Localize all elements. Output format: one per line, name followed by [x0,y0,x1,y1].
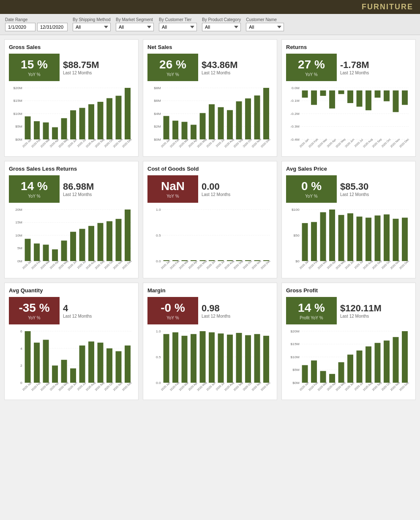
svg-rect-248 [227,335,233,383]
card-kpi-gross-sales-less-returns: 14 % YoY % 86.98M Last 12 Months [9,175,134,203]
kpi-badge-value-margin: -0 % [161,301,185,315]
chart-gross-sales: $20M$15M$10M$5M$0M2020 Jan2020 Feb2020 M… [9,84,134,152]
card-avg-sales-price: Avg Sales Price 0 % YoY % $85.30 Last 12… [281,161,416,278]
card-title-net-sales: Net Sales [147,44,273,50]
svg-text:$10M: $10M [291,355,300,359]
kpi-secondary-avg-sales-price: $85.30 Last 12 Months [340,175,369,203]
svg-rect-50 [191,125,196,139]
kpi-badge-avg-sales-price: 0 % YoY % [286,175,337,203]
svg-text:-0.3M: -0.3M [290,125,300,129]
shipping-label: By Shipping Method [73,17,111,22]
customer-tier-select[interactable]: All [159,23,197,31]
card-title-cost-of-goods-sold: Cost of Goods Sold [147,166,273,172]
svg-text:$20M: $20M [14,86,22,90]
header: FURNITURE [0,0,420,14]
svg-rect-116 [43,245,49,261]
svg-rect-210 [52,365,58,383]
svg-rect-208 [43,340,49,383]
card-kpi-cost-of-goods-sold: NaN YoY % 0.00 Last 12 Months [147,175,273,203]
svg-text:$20M: $20M [291,329,300,333]
filter-shipping-method: By Shipping Method All [73,17,111,31]
svg-rect-28 [106,98,112,139]
kpi-badge-margin: -0 % YoY % [147,297,198,324]
card-avg-quantity: Avg Quantity -35 % YoY % 4 Last 12 Month… [4,283,139,400]
kpi-secondary-value-returns: -1.78M [340,60,369,71]
svg-rect-188 [375,215,381,261]
svg-rect-178 [329,210,335,261]
svg-text:0: 0 [20,381,22,385]
product-category-label: By Product Category [202,17,241,22]
card-title-avg-quantity: Avg Quantity [9,287,134,294]
svg-text:$15M: $15M [14,99,22,103]
filter-product-category: By Product Category All [202,17,241,31]
svg-text:$5M: $5M [15,125,22,129]
svg-text:2: 2 [20,364,22,368]
date-end-input[interactable] [37,23,68,31]
svg-rect-268 [302,365,308,383]
date-start-input[interactable] [5,23,35,31]
kpi-badge-gross-sales-less-returns: 14 % YoY % [9,175,60,203]
svg-text:$0M: $0M [292,381,300,385]
svg-text:$100: $100 [292,208,300,212]
card-gross-sales: Gross Sales 15 % YoY % $88.75M Last 12 M… [4,39,139,157]
svg-rect-282 [365,346,371,383]
svg-text:1.0: 1.0 [156,329,161,333]
svg-rect-100 [402,90,408,105]
kpi-badge-label-avg-quantity: YoY % [28,316,40,320]
product-category-select[interactable]: All [202,23,241,31]
kpi-secondary-label-margin: Last 12 Months [202,314,230,319]
svg-rect-184 [357,217,363,261]
svg-text:$0M: $0M [154,138,161,142]
kpi-secondary-value-avg-quantity: 4 [63,303,92,314]
kpi-badge-returns: 27 % YoY % [286,54,337,81]
card-kpi-avg-sales-price: 0 % YoY % $85.30 Last 12 Months [286,175,411,203]
kpi-secondary-label-avg-sales-price: Last 12 Months [340,192,369,197]
kpi-secondary-label-net-sales: Last 12 Months [202,71,238,75]
market-segment-select[interactable]: All [116,23,154,31]
svg-text:10M: 10M [15,234,22,237]
svg-rect-56 [218,107,224,139]
svg-text:$5M: $5M [292,368,300,372]
svg-rect-254 [254,334,260,383]
brand-title: FURNITURE [362,3,413,11]
kpi-badge-value-avg-sales-price: 0 % [301,180,322,193]
svg-rect-206 [34,343,40,383]
kpi-secondary-net-sales: $43.86M Last 12 Months [202,54,238,81]
kpi-badge-value-net-sales: 26 % [159,58,186,71]
chart-avg-quantity: 64202020 Jan2020 Feb2020 Mar2020 Apr2020… [9,328,134,395]
svg-text:0M: 0M [17,259,22,263]
svg-rect-14 [43,123,49,139]
svg-rect-240 [191,334,196,383]
svg-rect-132 [116,219,122,261]
card-gross-profit: Gross Profit 14 % Profit YoY % $120.11M … [281,283,416,400]
svg-text:4: 4 [20,347,22,351]
chart-net-sales: $8M$6M$4M$2M$0M2020 Jan2020 Feb2020 Mar2… [147,84,273,152]
svg-rect-250 [236,333,242,383]
svg-text:20M: 20M [15,208,22,212]
customer-name-select[interactable]: All [246,23,284,31]
svg-rect-124 [79,229,85,261]
svg-rect-62 [245,98,251,139]
shipping-method-select[interactable]: All [73,23,111,31]
svg-rect-190 [384,215,390,261]
svg-rect-246 [218,333,224,383]
card-title-gross-sales: Gross Sales [9,44,134,50]
svg-rect-252 [245,335,251,383]
svg-rect-224 [116,351,122,383]
svg-rect-280 [357,351,363,383]
kpi-secondary-value-margin: 0.98 [202,303,230,314]
svg-rect-276 [338,362,344,383]
kpi-secondary-value-cost-of-goods-sold: 0.00 [202,181,230,192]
kpi-badge-value-gross-sales-less-returns: 14 % [21,180,48,193]
svg-rect-234 [164,334,169,383]
card-title-avg-sales-price: Avg Sales Price [286,166,411,172]
kpi-badge-label-gross-profit: Profit YoY % [300,316,323,320]
svg-rect-128 [98,223,104,261]
svg-text:-0.1M: -0.1M [290,99,300,103]
svg-rect-22 [79,108,85,139]
svg-text:0.0: 0.0 [156,381,161,385]
svg-text:$10M: $10M [14,112,22,116]
svg-rect-112 [25,239,31,261]
card-kpi-net-sales: 26 % YoY % $43.86M Last 12 Months [147,54,273,81]
kpi-secondary-value-avg-sales-price: $85.30 [340,181,369,192]
